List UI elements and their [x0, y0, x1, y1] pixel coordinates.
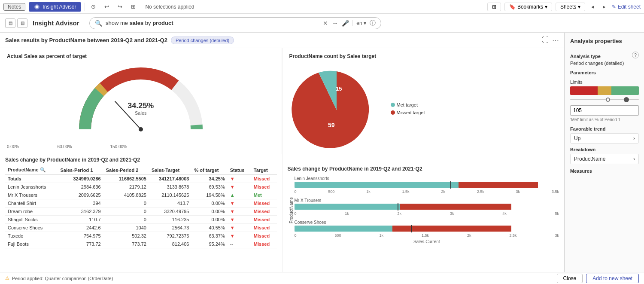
bar-red-fill-1: [459, 182, 538, 188]
pie-legend: Met target Missed target: [391, 102, 425, 118]
totals-name: Totals: [5, 175, 58, 183]
analysis-panel: Analysis properties Analysis type ? Peri…: [565, 33, 644, 272]
x-axis-main-label: Sales-Current: [295, 239, 559, 244]
bar-teal-fill-2: [295, 204, 401, 210]
measures-label: Measures: [570, 168, 639, 174]
limits-color-bar: [570, 86, 639, 95]
help-icon[interactable]: ?: [632, 52, 639, 58]
bar-red-fill-3: [392, 226, 511, 232]
gauge-container: 34.25% Sales: [7, 63, 275, 149]
limits-tan-segment: [598, 86, 611, 95]
top-toolbar: Notes Insight Advisor ⊙ ↩ ↪ ⊞ No selecti…: [0, 0, 644, 14]
gauge-chart-section: Actual Sales as percent of target: [0, 48, 282, 154]
breakdown-value: ProductName: [574, 156, 605, 162]
second-toolbar: ▤ ▧ Insight Advisor 🔍 show me sales by p…: [0, 14, 644, 33]
table-row: Conserve Shoes 2442.6 1040 2564.73 40.55…: [5, 224, 277, 232]
search-text-2: by: [143, 20, 152, 26]
close-button[interactable]: Close: [557, 274, 583, 283]
right-panel-toggle[interactable]: ▧: [17, 18, 27, 28]
search-input-display[interactable]: show me sales by product: [106, 20, 319, 26]
app-title: Insight Advisor: [33, 19, 84, 27]
search-clear-button[interactable]: ✕: [323, 20, 328, 27]
row-name: Lenin Jeansshorts: [5, 183, 58, 191]
pie-legend-met: Met target: [391, 102, 425, 107]
gauge-percent: 34.25%: [128, 101, 154, 110]
col-target: Sales-Target: [149, 165, 192, 175]
target-line-2: [398, 203, 398, 211]
bar-teal-fill-3: [295, 226, 392, 232]
table-title: Sales change by ProductName in 2019-Q2 a…: [5, 154, 277, 163]
divider1: [85, 3, 85, 11]
bookmarks-button[interactable]: 🔖 Bookmarks ▾: [504, 3, 552, 11]
bottom-bar-actions: Close Add to new sheet: [557, 274, 639, 283]
totals-arrow: ▼: [228, 175, 251, 183]
search-toggle-button[interactable]: ⊙: [88, 3, 98, 11]
met-dot: [391, 103, 395, 107]
search-info-button[interactable]: ⓘ: [370, 19, 376, 27]
bar-row-2: Mr X Trousers 01k2k3k4k5k: [295, 198, 559, 216]
pie-chart-section: ProductName count by Sales target 59: [283, 48, 565, 162]
svg-point-1: [36, 5, 39, 8]
pie-legend-missed: Missed target: [391, 110, 425, 115]
table-row: Lenin Jeansshorts 2984.636 2179.12 3133.…: [5, 183, 277, 191]
content-right: ProductName count by Sales target 59: [283, 48, 565, 272]
x-axis-2: 01k2k3k4k5k: [295, 211, 559, 216]
pie-svg: 59 15: [289, 65, 384, 155]
notes-button[interactable]: Notes: [3, 3, 25, 11]
sheets-chevron: ▾: [578, 4, 580, 10]
next-sheet-button[interactable]: ▸: [600, 3, 608, 11]
expand-icon[interactable]: ⛶: [542, 36, 549, 44]
bar-teal-fill-1: [295, 182, 459, 188]
slider-thumb-right[interactable]: [624, 97, 629, 102]
breakdown-dropdown[interactable]: ProductName ›: [570, 154, 639, 164]
search-submit-button[interactable]: →: [331, 19, 338, 27]
svg-text:59: 59: [328, 122, 335, 128]
panel-toggles: ▤ ▧: [5, 18, 27, 28]
undo-button[interactable]: ↩: [102, 3, 112, 11]
period-badge[interactable]: Period changes (detailed): [171, 37, 234, 44]
no-selections-text: No selections applied: [145, 4, 194, 10]
col-status: Status: [228, 165, 251, 175]
bar-chart-title: Sales change by ProductName in 2019-Q2 a…: [288, 166, 559, 172]
bookmarks-chevron: ▾: [545, 4, 547, 10]
table-row: Dream robe 3162.379 0 3320.49795 0.00% ▼…: [5, 208, 277, 216]
data-table: ProductName 🔍 Sales-Period 1 Sales-Perio…: [5, 165, 277, 248]
col-target2: Target: [251, 165, 277, 175]
favorable-trend-value: Up: [574, 135, 580, 141]
edit-sheet-button[interactable]: ✎ Edit sheet: [612, 4, 641, 10]
add-to-sheet-button[interactable]: Add to new sheet: [586, 274, 639, 283]
x-axis-1: 05001k1.5k2k2.5k3k3.5k: [295, 189, 559, 194]
prev-sheet-button[interactable]: ◂: [589, 3, 597, 11]
redo-button[interactable]: ↪: [115, 3, 125, 11]
more-options-icon[interactable]: ⋯: [552, 36, 559, 44]
slider-thumb-left[interactable]: [606, 98, 610, 102]
favorable-trend-dropdown[interactable]: Up ›: [570, 133, 639, 144]
limits-slider[interactable]: [570, 97, 639, 103]
bar-row-3: Conserve Shoes 05001k1.5k2k2.5k3k: [295, 220, 559, 238]
analysis-panel-title: Analysis properties: [570, 38, 639, 44]
bar-teal-1: [295, 182, 559, 188]
sheets-label: Sheets: [560, 4, 576, 10]
search-icon: 🔍: [95, 20, 102, 27]
col-sales-p1: Sales-Period 1: [58, 165, 103, 175]
sheets-button[interactable]: Sheets ▾: [556, 3, 585, 11]
breakdown-chevron-icon: ›: [633, 156, 635, 162]
grid-button[interactable]: ⊞: [128, 3, 138, 11]
bookmark-icon: 🔖: [509, 4, 516, 10]
totals-status: Missed: [251, 175, 277, 183]
totals-pct: 34.25%: [191, 175, 227, 183]
search-language-selector[interactable]: en ▾: [352, 20, 366, 26]
limit-hint: 'Met' limit as % of Period 1: [570, 117, 639, 122]
grid-view-button[interactable]: ⊞: [487, 3, 501, 11]
search-bar[interactable]: 🔍 show me sales by product ✕ → 🎤 en ▾ ⓘ: [89, 17, 381, 29]
insight-advisor-tab-label: Insight Advisor: [43, 4, 76, 10]
search-bold-1: sales: [130, 20, 144, 26]
column-search-icon[interactable]: 🔍: [40, 167, 46, 172]
limit-input[interactable]: [570, 105, 639, 116]
insight-advisor-tab[interactable]: Insight Advisor: [29, 2, 81, 12]
bottom-bar: ⚠ Period applied: Quarter comparison (Or…: [0, 272, 644, 284]
search-mic-button[interactable]: 🎤: [342, 20, 349, 27]
analysis-type-header: Analysis type ?: [570, 49, 639, 61]
limits-red-segment: [570, 86, 598, 95]
left-panel-toggle[interactable]: ▤: [5, 18, 15, 28]
